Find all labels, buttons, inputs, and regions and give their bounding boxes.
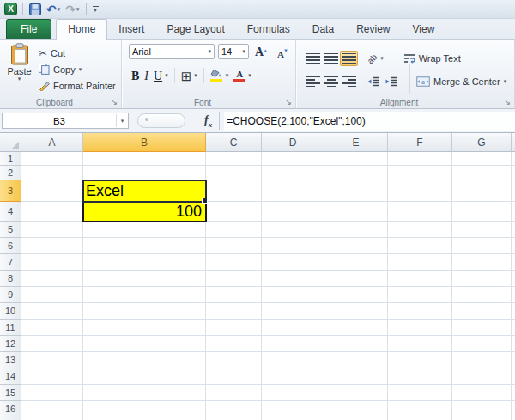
cell-G2[interactable] [452,166,512,180]
cell-filler-10[interactable] [512,303,515,320]
cell-C14[interactable] [206,368,262,385]
cell-G13[interactable] [452,352,512,368]
cell-D1[interactable] [262,152,324,166]
cell-E6[interactable] [324,238,388,254]
cell-C10[interactable] [206,303,262,320]
cell-G9[interactable] [452,287,512,303]
cell-C12[interactable] [206,336,262,352]
underline-button[interactable]: U ▾ [151,68,171,83]
formula-input[interactable]: =CHOOSE(2;100;"Excel";100) [224,112,515,131]
row-header-9[interactable]: 9 [0,287,21,303]
cell-B4[interactable]: 100 [83,202,206,222]
redo-button[interactable]: ↷ ▾ [64,2,80,17]
align-left-button[interactable] [304,74,322,89]
column-header-C[interactable]: C [206,133,262,152]
cell-C13[interactable] [206,352,262,368]
select-all-corner[interactable] [0,133,21,152]
cell-B16[interactable] [83,401,206,417]
cell-A3[interactable] [21,180,83,202]
cell-G8[interactable] [452,271,512,287]
cell-F9[interactable] [388,287,452,303]
row-header-14[interactable]: 14 [0,368,21,385]
tab-formulas[interactable]: Formulas [236,20,301,40]
cell-G3[interactable] [452,180,512,202]
cell-G6[interactable] [452,238,512,254]
cell-filler-1[interactable] [512,152,515,166]
alignment-dialog-launcher[interactable]: ↘ [504,99,511,107]
font-color-dropdown-icon[interactable]: ▾ [248,73,251,78]
borders-dropdown-icon[interactable]: ▾ [194,73,197,78]
paste-dropdown-icon[interactable]: ▾ [18,76,21,82]
merge-center-dropdown-icon[interactable]: ▾ [504,79,507,84]
cell-B6[interactable] [83,238,206,254]
tab-file[interactable]: File [6,19,52,40]
align-middle-button[interactable] [322,51,340,66]
excel-logo-icon[interactable]: X [4,3,17,15]
cell-B15[interactable] [83,385,206,401]
cell-filler-3[interactable] [512,180,515,202]
cell-F3[interactable] [388,180,452,202]
cell-G15[interactable] [452,385,512,401]
cell-filler-4[interactable] [512,202,515,222]
cell-D14[interactable] [262,368,324,385]
cell-A1[interactable] [21,152,83,166]
row-header-8[interactable]: 8 [0,271,21,287]
cell-E5[interactable] [324,222,388,238]
cell-C5[interactable] [206,222,262,238]
cell-A11[interactable] [21,320,83,336]
row-header-13[interactable]: 13 [0,352,21,368]
cell-G7[interactable] [452,254,512,271]
cell-filler-2[interactable] [512,166,515,180]
cell-D11[interactable] [262,320,324,336]
formula-bar-handle[interactable] [137,113,185,128]
cell-filler-13[interactable] [512,352,515,368]
cell-A5[interactable] [21,222,83,238]
row-header-12[interactable]: 12 [0,336,21,352]
borders-button[interactable]: ⊞ ▾ [179,68,200,83]
cell-C11[interactable] [206,320,262,336]
orientation-button[interactable]: ab ▾ [365,51,386,66]
align-bottom-button[interactable] [340,51,358,66]
cell-filler-14[interactable] [512,368,515,385]
wrap-text-button[interactable]: Wrap Text [403,53,461,64]
decrease-indent-button[interactable] [365,74,383,89]
cell-A7[interactable] [21,254,83,271]
cell-F5[interactable] [388,222,452,238]
cell-D4[interactable] [262,202,324,222]
fill-color-dropdown-icon[interactable]: ▾ [226,73,229,78]
cell-A15[interactable] [21,385,83,401]
row-header-3[interactable]: 3 [0,180,21,202]
column-header-B[interactable]: B [83,133,206,152]
cell-C6[interactable] [206,238,262,254]
cell-G5[interactable] [452,222,512,238]
cell-B5[interactable] [83,222,206,238]
cell-B10[interactable] [83,303,206,320]
cell-G10[interactable] [452,303,512,320]
align-top-button[interactable] [304,51,322,66]
cell-E12[interactable] [324,336,388,352]
row-header-10[interactable]: 10 [0,303,21,320]
cell-D8[interactable] [262,271,324,287]
cell-E7[interactable] [324,254,388,271]
clipboard-dialog-launcher[interactable]: ↘ [111,99,118,107]
cell-F10[interactable] [388,303,452,320]
cell-F1[interactable] [388,152,452,166]
cell-filler-8[interactable] [512,271,515,287]
tab-page-layout[interactable]: Page Layout [155,20,235,40]
cell-E1[interactable] [324,152,388,166]
tab-view[interactable]: View [402,20,446,40]
cell-B2[interactable] [83,166,206,180]
cell-F2[interactable] [388,166,452,180]
format-painter-button[interactable]: Format Painter [39,77,116,94]
cell-filler-7[interactable] [512,254,515,271]
cell-G4[interactable] [452,202,512,222]
shrink-font-button[interactable]: A▼ [275,44,292,59]
cell-C2[interactable] [206,166,262,180]
column-header-D[interactable]: D [262,133,324,152]
grow-font-button[interactable]: A▲ [252,44,271,59]
font-dialog-launcher[interactable]: ↘ [285,99,292,107]
tab-data[interactable]: Data [301,20,345,40]
align-right-button[interactable] [340,74,358,89]
cell-A16[interactable] [21,401,83,417]
cut-button[interactable]: ✂ Cut [39,45,116,61]
